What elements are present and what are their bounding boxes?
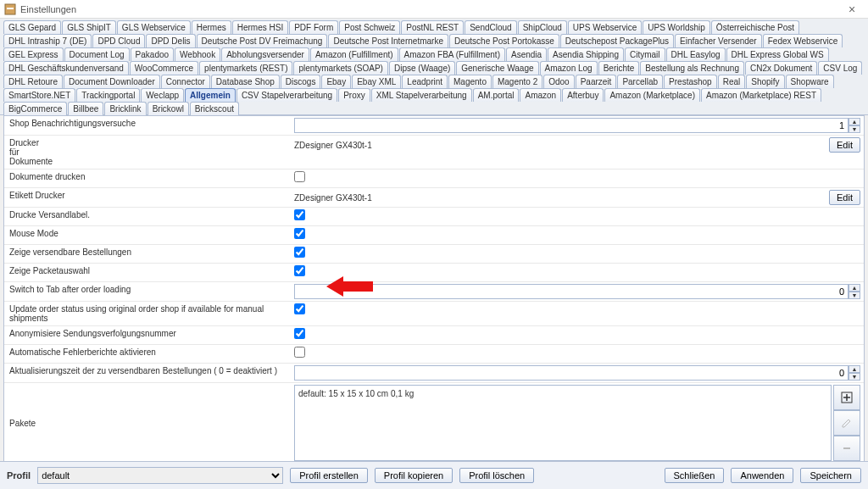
- tab-amazon-fulfillment-[interactable]: Amazon (Fulfillment): [310, 47, 398, 61]
- tab-asendia-shipping[interactable]: Asendia Shipping: [548, 47, 624, 61]
- switch-tab-input[interactable]: [294, 284, 849, 299]
- tab-odoo[interactable]: Odoo: [543, 75, 574, 88]
- tab-shopware[interactable]: Shopware: [786, 75, 834, 88]
- tab-amazon-fba-fulfillment-[interactable]: Amazon FBA (Fulfillment): [399, 47, 505, 61]
- delete-profile-button[interactable]: Profil löschen: [459, 468, 534, 483]
- tab-ups-worldship[interactable]: UPS Worldship: [643, 20, 710, 34]
- tab-brickscout[interactable]: Brickscout: [190, 102, 239, 115]
- tab-webhook[interactable]: Webhook: [175, 47, 220, 61]
- tab-document-downloader[interactable]: Document Downloader: [64, 75, 160, 88]
- tab-afterbuy[interactable]: Afterbuy: [562, 88, 604, 102]
- show-packet-checkbox[interactable]: [294, 265, 305, 276]
- tab-fedex-webservice[interactable]: Fedex Webservice: [763, 34, 843, 47]
- auto-error-checkbox[interactable]: [294, 347, 305, 358]
- tab-connector[interactable]: Connector: [161, 75, 210, 88]
- tab-amazon-log[interactable]: Amazon Log: [540, 61, 598, 75]
- tab-citymail[interactable]: Citymail: [625, 47, 665, 61]
- tab-dhl-intraship-7-de-[interactable]: DHL Intraship 7 (DE): [3, 34, 92, 47]
- spin-up-icon[interactable]: ▲: [849, 284, 860, 292]
- remove-package-button[interactable]: [833, 436, 860, 461]
- tab-am-portal[interactable]: AM.portal: [473, 88, 520, 102]
- tab-amazon-marketplace-rest[interactable]: Amazon (Marketplace) REST: [701, 88, 821, 102]
- tab-bestellung-als-rechnung[interactable]: Bestellung als Rechnung: [640, 61, 744, 75]
- apply-button[interactable]: Anwenden: [731, 468, 793, 483]
- show-shippable-checkbox[interactable]: [294, 247, 305, 258]
- tab-cn2x-dokument[interactable]: CN2x Dokument: [745, 61, 817, 75]
- tab-csv-log[interactable]: CSV Log: [818, 61, 862, 75]
- tab-einfacher-versender[interactable]: Einfacher Versender: [675, 34, 762, 47]
- tab-gel-express[interactable]: GEL Express: [3, 47, 64, 61]
- spin-up-icon[interactable]: ▲: [849, 365, 860, 373]
- tab-deutsche-post-internetmarke[interactable]: Deutsche Post Internetmarke: [328, 34, 448, 47]
- save-button[interactable]: Speichern: [800, 468, 861, 483]
- tab-plentymarkets-rest-[interactable]: plentymarkets (REST): [199, 61, 292, 75]
- tab-amazon-marketplace-[interactable]: Amazon (Marketplace): [604, 88, 700, 102]
- tab-leadprint[interactable]: Leadprint: [402, 75, 448, 88]
- tab-generische-waage[interactable]: Generische Waage: [456, 61, 538, 75]
- update-order-checkbox[interactable]: [294, 303, 305, 314]
- profile-select[interactable]: default: [37, 467, 283, 484]
- shop-notif-input[interactable]: [294, 118, 849, 133]
- anonymize-checkbox[interactable]: [294, 328, 305, 339]
- tab-xml-stapelverarbeitung[interactable]: XML Stapelverarbeitung: [371, 88, 472, 102]
- tab-hermes-hsi[interactable]: Hermes HSI: [232, 20, 288, 34]
- tab-billbee[interactable]: Billbee: [68, 102, 103, 115]
- tab-bigcommerce[interactable]: BigCommerce: [3, 102, 67, 115]
- shop-notif-spinner[interactable]: ▲▼: [294, 118, 860, 133]
- tab-gls-webservice[interactable]: GLS Webservice: [117, 20, 191, 34]
- tab-asendia[interactable]: Asendia: [506, 47, 547, 61]
- tab-deutsche-post-portokasse[interactable]: Deutsche Post Portokasse: [449, 34, 559, 47]
- tab-pakadoo[interactable]: Pakadoo: [131, 47, 174, 61]
- edit-package-button[interactable]: [833, 410, 860, 436]
- tab-gls-gepard[interactable]: GLS Gepard: [3, 20, 61, 34]
- tab-csv-stapelverarbeitung[interactable]: CSV Stapelverarbeitung: [236, 88, 337, 102]
- tab-paarzeit[interactable]: Paarzeit: [576, 75, 617, 88]
- tab-magento[interactable]: Magento: [448, 75, 492, 88]
- edit-label-printer-button[interactable]: Edit: [829, 190, 860, 205]
- tab-discogs[interactable]: Discogs: [281, 75, 321, 88]
- tab-proxy[interactable]: Proxy: [338, 88, 370, 102]
- tab-pdf-form[interactable]: PDF Form: [289, 20, 338, 34]
- tab-shipcloud[interactable]: ShipCloud: [518, 20, 567, 34]
- tab-allgemein[interactable]: Allgemein: [185, 88, 236, 102]
- print-shipping-checkbox[interactable]: [294, 209, 305, 220]
- packages-list[interactable]: default: 15 x 15 x 10 cm 0,1 kg: [294, 385, 832, 461]
- spin-down-icon[interactable]: ▼: [849, 292, 860, 299]
- tab-dhl-gesch-ftskundenversand[interactable]: DHL Geschäftskundenversand: [3, 61, 129, 75]
- tab-hermes[interactable]: Hermes: [192, 20, 231, 34]
- tab-magento-2[interactable]: Magento 2: [492, 75, 542, 88]
- tab-amazon[interactable]: Amazon: [520, 88, 561, 102]
- tab-plentymarkets-soap-[interactable]: plentymarkets (SOAP): [293, 61, 387, 75]
- tab-woocommerce[interactable]: WooCommerce: [130, 61, 198, 75]
- tab-dpd-delis[interactable]: DPD Delis: [146, 34, 195, 47]
- tab-abholungsversender[interactable]: Abholungsversender: [221, 47, 309, 61]
- mouse-mode-checkbox[interactable]: [294, 228, 305, 239]
- tab-weclapp[interactable]: Weclapp: [141, 88, 184, 102]
- add-package-button[interactable]: [833, 385, 860, 410]
- close-button[interactable]: Schließen: [665, 468, 725, 483]
- tab-parcellab[interactable]: Parcellab: [617, 75, 663, 88]
- tab-dpd-cloud[interactable]: DPD Cloud: [92, 34, 145, 47]
- tab-bricklink[interactable]: Bricklink: [104, 102, 146, 115]
- tab-ups-webservice[interactable]: UPS Webservice: [568, 20, 642, 34]
- tab-sendcloud[interactable]: SendCloud: [465, 20, 516, 34]
- refresh-time-input[interactable]: [294, 365, 849, 381]
- tab-real[interactable]: Real: [718, 75, 746, 88]
- tab-gls-shipit[interactable]: GLS ShipIT: [62, 20, 116, 34]
- spin-down-icon[interactable]: ▼: [849, 125, 860, 133]
- tab-deutsche-post-dv-freimachung[interactable]: Deutsche Post DV Freimachung: [197, 34, 328, 47]
- tab-smartstore-net[interactable]: SmartStore.NET: [3, 88, 75, 102]
- copy-profile-button[interactable]: Profil kopieren: [375, 468, 453, 483]
- switch-tab-spinner[interactable]: ▲▼: [294, 284, 860, 299]
- tab-dhl-easylog[interactable]: DHL Easylog: [666, 47, 726, 61]
- tab--sterreichische-post[interactable]: Österreichische Post: [711, 20, 799, 34]
- create-profile-button[interactable]: Profil erstellen: [290, 468, 368, 483]
- tab-post-schweiz[interactable]: Post Schweiz: [339, 20, 400, 34]
- print-docs-checkbox[interactable]: [294, 171, 305, 182]
- spin-up-icon[interactable]: ▲: [849, 118, 860, 125]
- edit-printer-button[interactable]: Edit: [829, 137, 860, 153]
- tab-shopify[interactable]: Shopify: [746, 75, 784, 88]
- tab-dipse-waage-[interactable]: Dipse (Waage): [389, 61, 455, 75]
- refresh-time-spinner[interactable]: ▲▼: [294, 365, 860, 381]
- tab-database-shop[interactable]: Database Shop: [211, 75, 280, 88]
